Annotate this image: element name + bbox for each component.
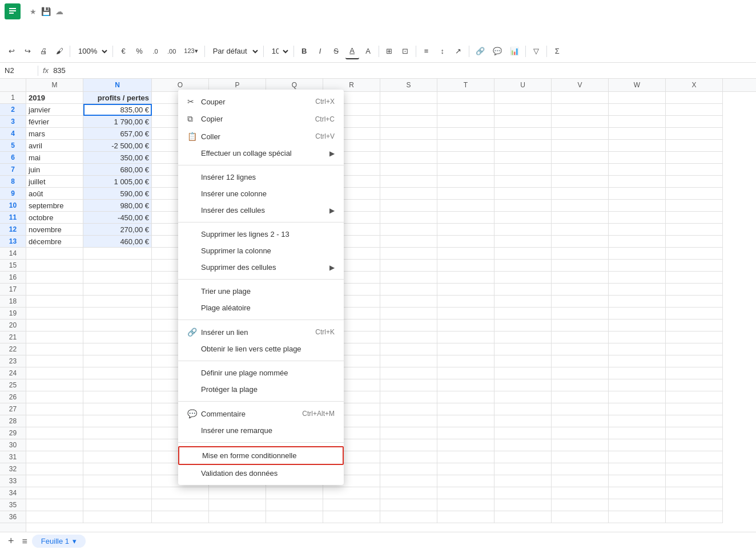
redo-btn[interactable]: ↪ xyxy=(21,43,34,59)
cell[interactable] xyxy=(26,439,83,451)
link-btn[interactable]: 🔗 xyxy=(473,43,488,59)
cell[interactable] xyxy=(609,463,666,475)
cell[interactable] xyxy=(380,92,437,104)
cell[interactable] xyxy=(83,427,152,439)
cell[interactable] xyxy=(83,511,152,523)
cell[interactable] xyxy=(609,511,666,523)
cell[interactable] xyxy=(552,343,609,355)
cell[interactable] xyxy=(609,475,666,487)
cell[interactable] xyxy=(494,367,552,379)
cell[interactable]: novembre xyxy=(26,224,83,236)
cell[interactable] xyxy=(380,463,437,475)
ctx-item-19[interactable]: Définir une plage nommée xyxy=(178,365,344,381)
cell[interactable] xyxy=(437,499,494,511)
strikethrough-btn[interactable]: S xyxy=(329,43,343,59)
cell[interactable]: mars xyxy=(26,128,83,140)
cell[interactable] xyxy=(380,320,437,331)
cell[interactable]: juillet xyxy=(26,176,83,188)
cell[interactable] xyxy=(552,439,609,451)
cell[interactable] xyxy=(26,391,83,403)
cell[interactable] xyxy=(552,176,609,188)
cell[interactable] xyxy=(380,224,437,236)
cell[interactable] xyxy=(437,320,494,331)
cell[interactable] xyxy=(552,116,609,128)
ctx-item-2[interactable]: 📋CollerCtrl+V xyxy=(178,128,344,145)
cell[interactable] xyxy=(552,355,609,367)
cell[interactable] xyxy=(552,140,609,152)
cell[interactable] xyxy=(666,379,723,391)
cell[interactable] xyxy=(83,355,152,367)
cell[interactable] xyxy=(380,140,437,152)
ctx-item-5[interactable]: Insérer 12 lignes xyxy=(178,169,344,185)
cell[interactable] xyxy=(494,427,552,439)
cell[interactable] xyxy=(552,391,609,403)
borders-btn[interactable]: ⊞ xyxy=(383,43,396,59)
col-header-T[interactable]: T xyxy=(437,79,494,91)
cell[interactable] xyxy=(494,296,552,308)
col-header-M[interactable]: M xyxy=(26,79,83,91)
cell[interactable] xyxy=(666,296,723,308)
cell[interactable] xyxy=(152,487,209,499)
cell[interactable] xyxy=(437,487,494,499)
cell[interactable]: 2019 xyxy=(26,92,83,104)
cell[interactable]: profits / pertes xyxy=(83,92,152,104)
cell[interactable] xyxy=(437,140,494,152)
text-rotation-btn[interactable]: ↗ xyxy=(452,43,465,59)
cell[interactable] xyxy=(437,379,494,391)
cell[interactable] xyxy=(494,343,552,355)
cell[interactable] xyxy=(437,236,494,248)
cell[interactable] xyxy=(437,272,494,284)
cell[interactable] xyxy=(494,284,552,296)
cell[interactable] xyxy=(552,92,609,104)
cell[interactable] xyxy=(380,188,437,200)
cell[interactable] xyxy=(666,284,723,296)
cell[interactable] xyxy=(494,439,552,451)
cell[interactable] xyxy=(494,104,552,116)
cell[interactable] xyxy=(552,475,609,487)
currency-btn[interactable]: € xyxy=(116,43,130,59)
cell[interactable] xyxy=(666,367,723,379)
cell[interactable] xyxy=(26,511,83,523)
cell[interactable] xyxy=(83,487,152,499)
cell[interactable] xyxy=(380,475,437,487)
cell[interactable] xyxy=(494,128,552,140)
cell[interactable] xyxy=(609,200,666,212)
cell[interactable] xyxy=(380,343,437,355)
cell[interactable] xyxy=(26,379,83,391)
cell[interactable]: 1 790,00 € xyxy=(83,116,152,128)
cell[interactable] xyxy=(552,272,609,284)
cell[interactable] xyxy=(666,499,723,511)
cell[interactable] xyxy=(83,379,152,391)
cell[interactable]: septembre xyxy=(26,200,83,212)
cell[interactable]: 590,00 € xyxy=(83,188,152,200)
ctx-item-16[interactable]: 🔗Insérer un lienCtrl+K xyxy=(178,323,344,341)
cell[interactable]: juin xyxy=(26,164,83,176)
cell[interactable] xyxy=(552,212,609,224)
cell[interactable]: 657,00 € xyxy=(83,128,152,140)
menu-edition[interactable] xyxy=(17,29,29,34)
cell-ref-input[interactable] xyxy=(5,66,33,75)
ctx-item-0[interactable]: ✂CouperCtrl+X xyxy=(178,93,344,110)
cell[interactable]: août xyxy=(26,188,83,200)
italic-btn[interactable]: I xyxy=(313,43,327,59)
cell[interactable] xyxy=(666,272,723,284)
sheet-tabs-icon[interactable]: ≡ xyxy=(22,536,27,547)
cell[interactable] xyxy=(494,463,552,475)
cell[interactable] xyxy=(666,463,723,475)
add-sheet-btn[interactable]: + xyxy=(5,534,18,548)
cell[interactable]: avril xyxy=(26,140,83,152)
cell[interactable] xyxy=(437,331,494,343)
cell[interactable] xyxy=(494,140,552,152)
cell[interactable] xyxy=(666,415,723,427)
cell[interactable] xyxy=(552,331,609,343)
cell[interactable] xyxy=(380,308,437,320)
ctx-item-1[interactable]: ⧉CopierCtrl+C xyxy=(178,110,344,128)
undo-btn[interactable]: ↩ xyxy=(5,43,18,59)
cell[interactable] xyxy=(666,427,723,439)
cell[interactable] xyxy=(609,499,666,511)
cell[interactable] xyxy=(609,451,666,463)
cell[interactable] xyxy=(552,499,609,511)
cell[interactable] xyxy=(26,367,83,379)
ctx-item-13[interactable]: Trier une plage xyxy=(178,283,344,300)
cell[interactable] xyxy=(609,320,666,331)
